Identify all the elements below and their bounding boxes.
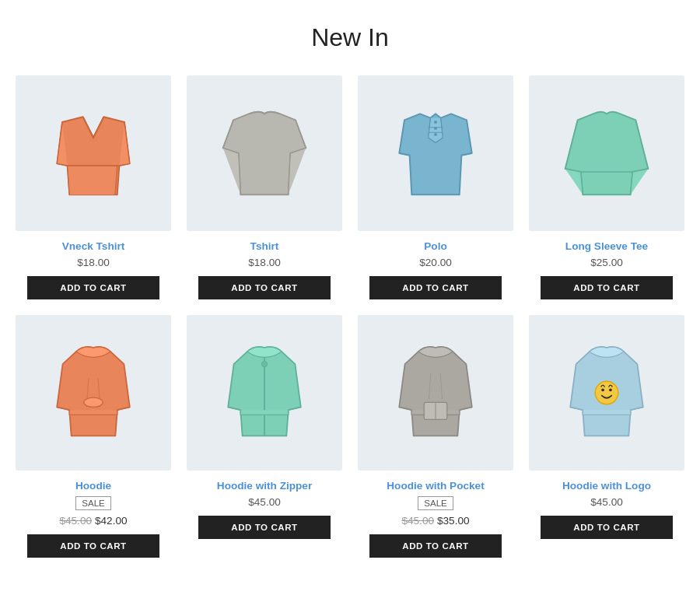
product-card-tshirt: Tshirt$18.00ADD TO CART — [187, 75, 342, 299]
product-card-long-sleeve-tee: Long Sleeve Tee$25.00ADD TO CART — [529, 75, 684, 299]
price-row-tshirt: $18.00 — [248, 257, 281, 268]
svg-point-4 — [434, 127, 437, 130]
product-name-vneck-tshirt[interactable]: Vneck Tshirt — [62, 240, 125, 252]
product-image-tshirt — [187, 75, 342, 231]
price-normal: $45.00 — [248, 496, 281, 508]
add-to-cart-button-hoodie-with-pocket[interactable]: ADD TO CART — [369, 534, 502, 558]
product-image-long-sleeve-tee — [529, 75, 684, 231]
price-row-long-sleeve-tee: $25.00 — [590, 257, 623, 268]
product-name-polo[interactable]: Polo — [424, 240, 446, 252]
product-card-hoodie-with-logo: Hoodie with Logo$45.00ADD TO CART — [529, 315, 684, 558]
price-normal: $18.00 — [77, 257, 110, 268]
add-to-cart-button-hoodie-with-zipper[interactable]: ADD TO CART — [198, 516, 331, 539]
product-name-tshirt[interactable]: Tshirt — [250, 240, 279, 252]
product-name-hoodie-with-logo[interactable]: Hoodie with Logo — [562, 480, 651, 492]
svg-point-17 — [601, 388, 604, 391]
product-name-hoodie-with-pocket[interactable]: Hoodie with Pocket — [387, 480, 484, 492]
svg-point-5 — [434, 133, 437, 136]
product-image-polo — [358, 75, 513, 231]
price-original: $45.00 — [59, 515, 92, 527]
price-row-vneck-tshirt: $18.00 — [77, 257, 110, 268]
svg-point-18 — [609, 388, 612, 391]
product-name-hoodie-with-zipper[interactable]: Hoodie with Zipper — [217, 480, 312, 492]
product-image-hoodie-with-logo — [529, 315, 684, 471]
add-to-cart-button-polo[interactable]: ADD TO CART — [369, 276, 502, 299]
product-card-vneck-tshirt: Vneck Tshirt$18.00ADD TO CART — [16, 75, 171, 299]
price-normal: $18.00 — [248, 257, 281, 268]
price-sale: $42.00 — [95, 515, 128, 527]
product-image-vneck-tshirt — [16, 75, 171, 231]
price-normal: $20.00 — [419, 257, 452, 268]
product-name-hoodie[interactable]: Hoodie — [75, 480, 111, 492]
add-to-cart-button-tshirt[interactable]: ADD TO CART — [198, 276, 331, 299]
price-row-hoodie-with-logo: $45.00 — [590, 496, 623, 508]
product-image-hoodie — [16, 315, 171, 471]
svg-point-9 — [84, 397, 103, 407]
price-row-hoodie-with-pocket: $45.00$35.00 — [401, 515, 469, 527]
price-sale: $35.00 — [437, 515, 470, 527]
price-row-hoodie-with-zipper: $45.00 — [248, 496, 281, 508]
add-to-cart-button-vneck-tshirt[interactable]: ADD TO CART — [27, 276, 159, 299]
price-original: $45.00 — [401, 515, 434, 527]
product-card-hoodie: HoodieSALE$45.00$42.00ADD TO CART — [16, 315, 171, 558]
sale-badge-hoodie-with-pocket: SALE — [418, 496, 453, 510]
price-row-hoodie: $45.00$42.00 — [59, 515, 127, 527]
product-card-hoodie-with-zipper: Hoodie with Zipper$45.00ADD TO CART — [187, 315, 342, 558]
product-image-hoodie-with-zipper — [187, 315, 342, 471]
add-to-cart-button-hoodie[interactable]: ADD TO CART — [27, 534, 159, 558]
product-card-hoodie-with-pocket: Hoodie with PocketSALE$45.00$35.00ADD TO… — [358, 315, 513, 558]
svg-point-16 — [595, 381, 618, 404]
svg-point-11 — [261, 361, 267, 366]
price-normal: $45.00 — [590, 496, 623, 508]
price-row-polo: $20.00 — [419, 257, 452, 268]
page-title: New In — [16, 23, 684, 52]
product-image-hoodie-with-pocket — [358, 315, 513, 471]
add-to-cart-button-long-sleeve-tee[interactable]: ADD TO CART — [541, 276, 673, 299]
add-to-cart-button-hoodie-with-logo[interactable]: ADD TO CART — [541, 516, 673, 539]
product-name-long-sleeve-tee[interactable]: Long Sleeve Tee — [565, 240, 648, 252]
svg-point-3 — [434, 121, 437, 124]
sale-badge-hoodie: SALE — [75, 496, 110, 510]
price-normal: $25.00 — [590, 257, 623, 268]
products-grid: Vneck Tshirt$18.00ADD TO CART Tshirt$18.… — [16, 75, 684, 558]
product-card-polo: Polo$20.00ADD TO CART — [358, 75, 513, 299]
